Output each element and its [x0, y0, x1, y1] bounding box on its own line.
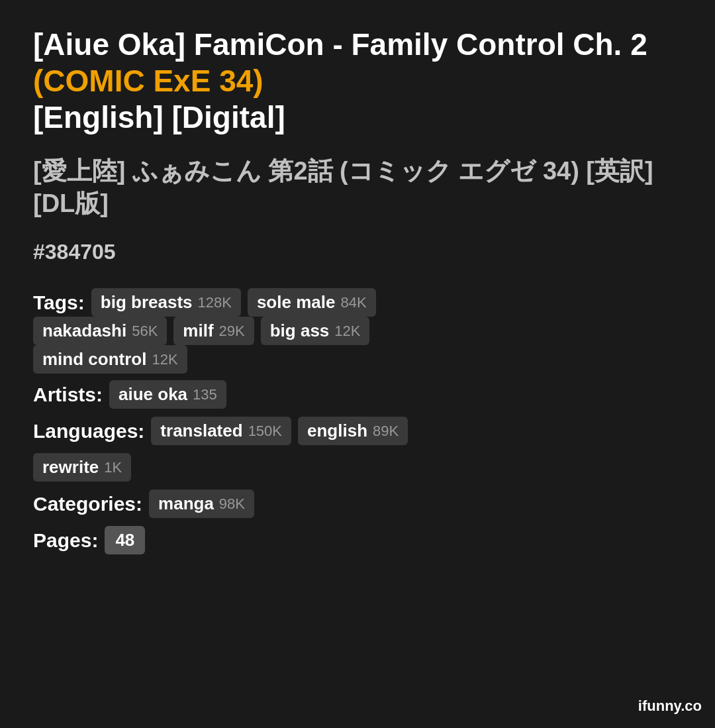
tag-sole-male[interactable]: sole male 84K [248, 288, 376, 317]
pages-label: Pages: [33, 529, 98, 552]
title-english: [Aiue Oka] FamiCon - Family Control Ch. … [33, 26, 682, 136]
tag-name: mind control [42, 349, 146, 370]
artists-section: Artists: aiue oka 135 [33, 380, 682, 409]
tag-mind-control[interactable]: mind control 12K [33, 345, 187, 374]
languages-label: Languages: [33, 420, 144, 442]
title-english-part1: [Aiue Oka] FamiCon - Family Control Ch. … [33, 27, 647, 62]
tag-nakadashi[interactable]: nakadashi 56K [33, 317, 167, 345]
artist-name: aiue oka [119, 384, 187, 405]
languages-row-2: rewrite 1K [33, 453, 682, 482]
lang-english[interactable]: english 89K [298, 417, 408, 445]
pages-section: Pages: 48 [33, 526, 682, 554]
tags-row-2: nakadashi 56K milf 29K big ass 12K [33, 317, 682, 345]
tag-name: milf [183, 321, 213, 341]
title-english-paren: (COMIC ExE 34) [33, 64, 263, 98]
artists-label: Artists: [33, 384, 103, 406]
tag-name: big breasts [101, 292, 193, 313]
languages-row: Languages: translated 150K english 89K [33, 417, 682, 445]
categories-section: Categories: manga 98K [33, 490, 682, 518]
lang-count: 150K [248, 423, 282, 440]
tag-count: 128K [198, 294, 232, 311]
tags-section: Tags: big breasts 128K sole male 84K nak… [33, 288, 682, 374]
tag-big-ass[interactable]: big ass 12K [261, 317, 370, 345]
lang-translated[interactable]: translated 150K [151, 417, 291, 445]
category-name: manga [158, 494, 214, 514]
category-manga[interactable]: manga 98K [149, 490, 254, 518]
tags-label: Tags: [33, 291, 85, 314]
tag-name: nakadashi [42, 321, 126, 341]
category-count: 98K [219, 495, 245, 513]
tag-count: 56K [132, 323, 158, 340]
lang-rewrite[interactable]: rewrite 1K [33, 453, 131, 482]
lang-count: 1K [104, 459, 122, 476]
pages-row: Pages: 48 [33, 526, 682, 554]
lang-name: english [307, 421, 367, 441]
artist-count: 135 [193, 386, 217, 403]
artist-aiue-oka[interactable]: aiue oka 135 [109, 380, 226, 409]
tag-count: 12K [334, 323, 360, 340]
lang-count: 89K [373, 423, 399, 440]
title-japanese: [愛上陸] ふぁみこん 第2話 (コミック エグゼ 34) [英訳] [DL版] [33, 155, 682, 221]
tag-milf[interactable]: milf 29K [173, 317, 254, 345]
tags-row: Tags: big breasts 128K sole male 84K [33, 288, 682, 317]
lang-name: rewrite [42, 457, 99, 478]
artists-row: Artists: aiue oka 135 [33, 380, 682, 409]
languages-section: Languages: translated 150K english 89K r… [33, 417, 682, 482]
tag-count: 12K [152, 351, 177, 368]
title-english-part2: [English] [Digital] [33, 100, 285, 134]
tags-row-3: mind control 12K [33, 345, 682, 374]
categories-label: Categories: [33, 493, 142, 515]
ifunny-suffix: funny.co [642, 698, 702, 714]
tag-count: 29K [219, 323, 245, 340]
tag-count: 84K [340, 294, 366, 311]
lang-name: translated [160, 421, 242, 441]
categories-row: Categories: manga 98K [33, 490, 682, 518]
pages-value: 48 [105, 526, 145, 554]
tag-big-breasts[interactable]: big breasts 128K [91, 288, 241, 317]
tag-name: sole male [257, 292, 336, 313]
tag-name: big ass [270, 321, 330, 341]
id-number: #384705 [33, 240, 682, 264]
ifunny-watermark: ifunny.co [638, 698, 702, 715]
